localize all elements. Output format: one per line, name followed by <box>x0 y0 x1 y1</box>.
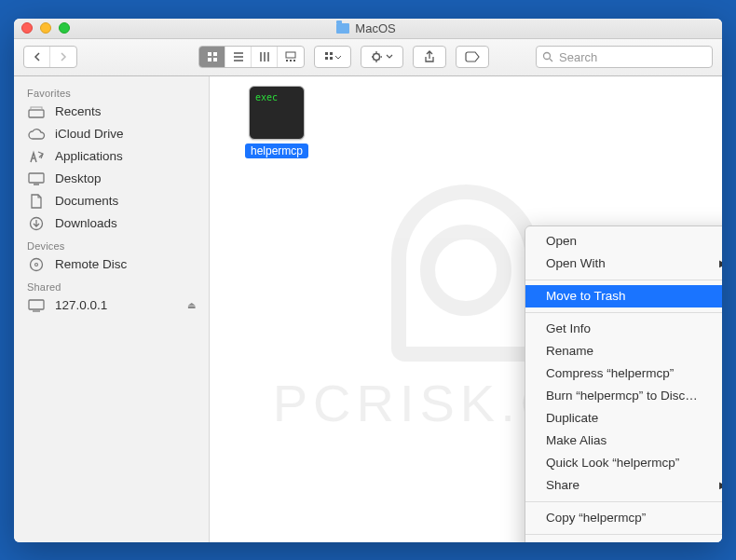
svg-rect-2 <box>208 58 211 61</box>
tags-button[interactable] <box>456 46 489 68</box>
monitor-icon <box>27 298 46 313</box>
sidebar-section-shared: Shared <box>14 276 209 294</box>
svg-rect-6 <box>290 60 292 61</box>
svg-rect-11 <box>330 57 333 60</box>
column-view-button[interactable] <box>252 47 278 67</box>
svg-rect-1 <box>213 52 217 56</box>
submenu-arrow-icon: ▶ <box>719 476 722 495</box>
sidebar-item-downloads[interactable]: Downloads <box>14 212 209 235</box>
svg-point-19 <box>35 263 38 266</box>
downloads-icon <box>27 216 46 231</box>
file-name-label[interactable]: helpermcp <box>245 143 308 158</box>
finder-window: MacOS Search <box>14 19 722 542</box>
tag-icon <box>465 51 480 62</box>
menu-item[interactable]: Quick Look “helpermcp” <box>525 452 722 474</box>
menu-item[interactable]: Open <box>525 230 722 253</box>
submenu-arrow-icon: ▶ <box>719 254 722 273</box>
svg-rect-7 <box>293 60 295 61</box>
gear-icon <box>371 50 384 63</box>
applications-icon <box>27 149 46 164</box>
view-mode-group <box>198 46 305 68</box>
recents-icon <box>27 104 46 119</box>
close-window-button[interactable] <box>21 22 33 34</box>
menu-item[interactable]: Compress “helpermcp” <box>525 362 722 385</box>
list-view-button[interactable] <box>225 47 252 67</box>
svg-rect-5 <box>286 60 288 61</box>
eject-icon[interactable]: ⏏ <box>187 300 196 310</box>
chevron-down-icon <box>386 54 393 60</box>
menu-item[interactable]: Open With▶ <box>525 253 722 275</box>
svg-rect-16 <box>29 173 44 183</box>
back-button[interactable] <box>24 47 50 67</box>
arrange-button[interactable] <box>315 47 350 67</box>
exec-file-icon: exec <box>249 86 305 140</box>
sidebar: Favorites Recents iCloud Drive Applicati… <box>14 76 210 542</box>
documents-icon <box>27 194 46 209</box>
sidebar-item-recents[interactable]: Recents <box>14 101 209 123</box>
zoom-window-button[interactable] <box>59 22 70 34</box>
svg-rect-4 <box>286 52 295 58</box>
disc-icon <box>27 257 46 272</box>
menu-item[interactable]: Duplicate <box>525 407 722 430</box>
menu-item[interactable]: Make Alias <box>525 430 722 452</box>
menu-item[interactable]: Clean Up Selection <box>525 540 722 542</box>
menu-separator <box>525 280 722 280</box>
desktop-icon <box>27 171 46 186</box>
sidebar-section-devices: Devices <box>14 235 209 253</box>
sidebar-section-favorites: Favorites <box>14 82 209 101</box>
menu-item[interactable]: Copy “helpermcp” <box>525 507 722 529</box>
toolbar: Search <box>14 39 722 76</box>
svg-point-13 <box>544 53 551 60</box>
svg-rect-15 <box>31 107 42 110</box>
sidebar-item-applications[interactable]: Applications <box>14 145 209 168</box>
action-group <box>361 46 403 68</box>
forward-button[interactable] <box>50 47 76 67</box>
sidebar-item-icloud[interactable]: iCloud Drive <box>14 123 209 145</box>
svg-rect-8 <box>325 52 328 55</box>
search-placeholder: Search <box>559 50 597 64</box>
search-icon <box>542 51 553 62</box>
svg-rect-0 <box>208 52 211 56</box>
sidebar-item-documents[interactable]: Documents <box>14 190 209 212</box>
content-area[interactable]: PCRISK.COM exec helpermcp OpenOpen With▶… <box>210 76 722 542</box>
svg-rect-9 <box>330 52 333 55</box>
sidebar-item-remote-disc[interactable]: Remote Disc <box>14 253 209 276</box>
traffic-lights <box>21 22 70 34</box>
titlebar: MacOS <box>14 19 722 39</box>
gallery-view-button[interactable] <box>278 47 304 67</box>
nav-buttons <box>23 46 77 68</box>
search-field[interactable]: Search <box>536 46 713 68</box>
menu-item[interactable]: Move to Trash <box>525 285 722 307</box>
action-button[interactable] <box>361 47 402 67</box>
menu-item[interactable]: Share▶ <box>525 474 722 497</box>
svg-rect-3 <box>213 58 217 61</box>
arrange-group <box>314 46 351 68</box>
svg-rect-10 <box>325 57 328 60</box>
sidebar-item-shared-host[interactable]: 127.0.0.1⏏ <box>14 294 209 317</box>
minimize-window-button[interactable] <box>40 22 51 34</box>
share-button[interactable] <box>413 46 446 68</box>
folder-icon <box>336 23 349 34</box>
sidebar-item-desktop[interactable]: Desktop <box>14 168 209 190</box>
window-title: MacOS <box>355 21 395 35</box>
file-item[interactable]: exec helpermcp <box>234 86 320 158</box>
menu-item[interactable]: Burn “helpermcp” to Disc… <box>525 385 722 407</box>
context-menu: OpenOpen With▶Move to TrashGet InfoRenam… <box>525 225 722 542</box>
menu-separator <box>525 534 722 535</box>
menu-separator <box>525 501 722 502</box>
menu-item[interactable]: Get Info <box>525 318 722 340</box>
svg-point-18 <box>31 258 43 270</box>
svg-rect-14 <box>29 110 44 117</box>
icon-view-button[interactable] <box>199 47 225 67</box>
menu-item[interactable]: Rename <box>525 340 722 362</box>
share-icon <box>423 50 436 63</box>
menu-separator <box>525 312 722 313</box>
cloud-icon <box>27 127 46 142</box>
svg-rect-20 <box>29 300 44 309</box>
